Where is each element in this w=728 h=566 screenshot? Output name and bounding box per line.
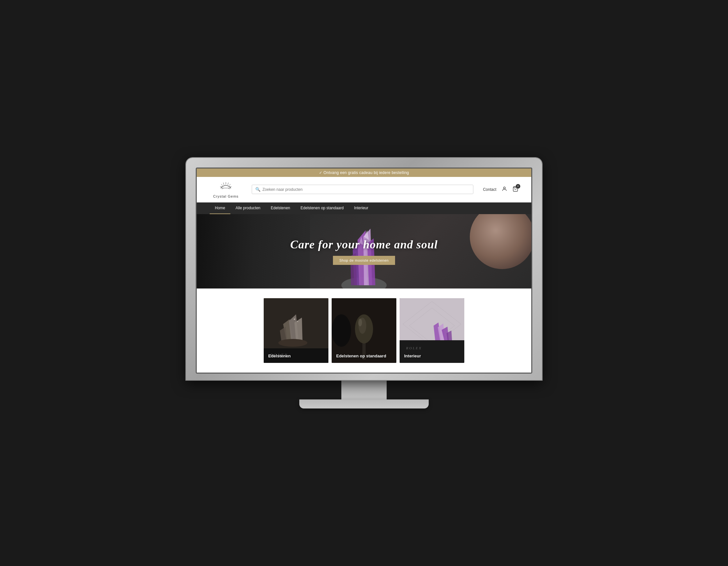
monitor-stand-neck (341, 380, 387, 399)
hero-title: Care for your home and soul (290, 238, 438, 251)
hero-overlay: Care for your home and soul Shop de mooi… (197, 214, 531, 288)
card-bg-2 (332, 298, 396, 363)
svg-line-5 (229, 184, 231, 186)
contact-link[interactable]: Contact (483, 187, 496, 192)
announcement-text: ✓ Ontvang een gratis cadeau bij iedere b… (319, 171, 409, 175)
svg-point-10 (503, 187, 505, 189)
svg-point-34 (358, 318, 362, 326)
svg-point-25 (278, 339, 307, 347)
product-card-standaard[interactable]: Edelstenen op standaard (332, 298, 396, 363)
svg-line-2 (221, 184, 223, 186)
account-button[interactable] (502, 186, 507, 193)
products-section: ROLEX Edelstenen (197, 288, 531, 372)
svg-point-26 (294, 318, 295, 320)
search-icon: 🔍 (255, 187, 260, 192)
header-actions: Contact 0 (483, 186, 518, 193)
logo-sun-icon (218, 181, 234, 194)
nav-item-edelstenen-standaard[interactable]: Edelstenen op standaard (295, 203, 349, 214)
product-card-label-3: Interieur (404, 353, 421, 358)
cart-badge: 0 (516, 184, 520, 189)
svg-point-27 (297, 321, 298, 322)
monitor-body: ✓ Ontvang een gratis cadeau bij iedere b… (186, 158, 542, 380)
search-bar[interactable]: 🔍 (252, 185, 473, 194)
svg-line-7 (222, 188, 224, 189)
nav-item-interieur[interactable]: Interieur (349, 203, 373, 214)
svg-text:ROLEX: ROLEX (406, 346, 422, 350)
logo-area[interactable]: Crystal Gems (210, 181, 242, 198)
announcement-bar: ✓ Ontvang een gratis cadeau bij iedere b… (197, 169, 531, 177)
nav-item-edelstenen[interactable]: Edelstenen (266, 203, 295, 214)
site-header: Crystal Gems 🔍 Contact (197, 177, 531, 203)
svg-rect-39 (400, 340, 464, 363)
main-nav: Home Alle producten Edelstenen Edelstene… (197, 203, 531, 214)
product-card-label-1: Edelstenen (268, 353, 291, 358)
product-card-interieur[interactable]: ROLEX Interieur (400, 298, 464, 363)
monitor-stand-base (299, 399, 429, 408)
logo-text: Crystal Gems (213, 194, 239, 198)
svg-line-4 (228, 183, 228, 185)
product-card-label-2: Edelstenen op standaard (336, 353, 386, 358)
hero-cta-button[interactable]: Shop de mooiste edelstenen (333, 256, 395, 265)
nav-item-home[interactable]: Home (210, 203, 230, 214)
monitor-screen: ✓ Ontvang een gratis cadeau bij iedere b… (196, 168, 532, 373)
card-bg-1: ROLEX (264, 298, 328, 363)
search-input[interactable] (262, 187, 470, 192)
svg-line-8 (228, 188, 230, 189)
svg-point-35 (332, 314, 351, 347)
svg-line-1 (223, 183, 224, 185)
card-bg-3: ROLEX (400, 298, 464, 363)
cart-button[interactable]: 0 (513, 186, 518, 193)
nav-item-alle-producten[interactable]: Alle producten (230, 203, 266, 214)
hero-section: Care for your home and soul Shop de mooi… (197, 214, 531, 288)
product-card-edelstenen[interactable]: ROLEX Edelstenen (264, 298, 328, 363)
